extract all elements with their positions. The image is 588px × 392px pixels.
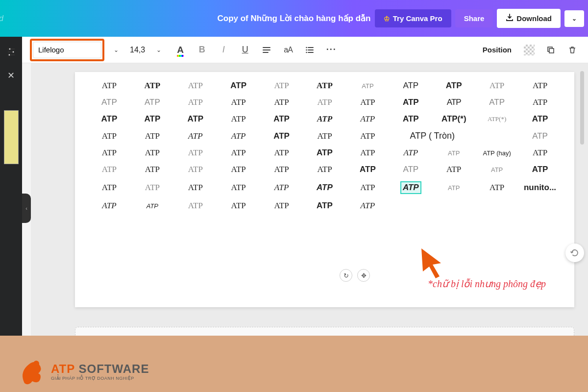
font-sample[interactable]: ATP: [520, 131, 560, 141]
font-sample[interactable]: ATP: [176, 131, 215, 141]
font-sample[interactable]: ATP: [305, 81, 344, 91]
vertical-scrollbar[interactable]: [580, 66, 585, 311]
font-sample[interactable]: nunito...: [520, 183, 560, 193]
collapse-rail-button[interactable]: ‹: [22, 194, 31, 223]
font-size-value[interactable]: 14,3: [128, 46, 147, 54]
font-sample[interactable]: ATP: [391, 165, 430, 174]
font-sample[interactable]: ATP: [133, 81, 172, 91]
adjustments-icon[interactable]: [6, 47, 16, 56]
font-sample[interactable]: ATP: [176, 201, 215, 211]
font-sample[interactable]: ATP: [176, 165, 215, 174]
font-sample[interactable]: ATP: [176, 114, 215, 124]
font-sample[interactable]: ATP: [262, 165, 301, 174]
italic-button[interactable]: I: [214, 40, 233, 60]
font-sample[interactable]: ATP(*): [477, 115, 516, 123]
font-sample[interactable]: ATP: [477, 98, 516, 107]
font-sample[interactable]: ATP: [90, 165, 129, 174]
font-size-dropdown-button[interactable]: ⌄: [149, 40, 169, 60]
font-sample[interactable]: ATP: [305, 98, 344, 107]
font-sample[interactable]: ATP: [348, 114, 387, 124]
font-sample[interactable]: ATP: [477, 81, 516, 91]
font-sample[interactable]: ATP: [133, 131, 172, 141]
download-options-button[interactable]: ⌄: [564, 10, 584, 27]
font-sample[interactable]: ATP: [391, 81, 430, 91]
font-sample[interactable]: ATP: [520, 98, 560, 107]
font-sample[interactable]: ATP: [348, 165, 387, 174]
font-sample[interactable]: ATP: [305, 201, 344, 211]
document-title[interactable]: Copy of Những Lời chào hàng hấp dẫn: [218, 13, 371, 24]
font-sample[interactable]: ATP: [90, 148, 129, 158]
font-sample[interactable]: ATP: [477, 166, 516, 173]
font-sample[interactable]: ATP: [90, 81, 129, 91]
font-sample[interactable]: ATP: [90, 201, 129, 211]
font-sample[interactable]: ATP ( Tròn): [391, 131, 473, 141]
bold-button[interactable]: B: [192, 40, 212, 60]
delete-button[interactable]: [563, 40, 582, 60]
try-canva-pro-button[interactable]: Try Canva Pro: [375, 9, 451, 27]
font-sample[interactable]: ATP: [219, 131, 258, 141]
font-sample[interactable]: ATP: [262, 81, 301, 91]
more-options-button[interactable]: ···: [321, 40, 341, 60]
font-sample[interactable]: ATP: [305, 148, 344, 158]
font-sample[interactable]: ATP: [262, 131, 301, 141]
font-sample[interactable]: ATP: [133, 98, 172, 107]
font-sample[interactable]: ATP: [305, 131, 344, 141]
close-panel-button[interactable]: ✕: [7, 70, 15, 81]
font-sample[interactable]: ATP: [434, 81, 473, 91]
font-sample[interactable]: ATP: [90, 98, 129, 107]
font-sample[interactable]: ATP: [520, 148, 560, 158]
font-sample[interactable]: ATP: [176, 81, 215, 91]
design-canvas[interactable]: ATPATPATPATPATPATPATPATPATPATPATPATPATPA…: [75, 72, 574, 307]
font-sample[interactable]: ATP: [391, 98, 430, 107]
font-sample[interactable]: ATP: [219, 201, 258, 211]
scrollbar-thumb[interactable]: [580, 71, 584, 145]
font-sample[interactable]: ATP: [348, 98, 387, 107]
move-handle[interactable]: ✥: [357, 269, 370, 282]
font-sample[interactable]: ATP: [133, 183, 172, 193]
font-family-select[interactable]: Lifelogo: [33, 42, 101, 58]
font-sample[interactable]: ATP: [219, 81, 258, 91]
download-button[interactable]: Download: [497, 9, 561, 28]
font-sample[interactable]: ATP: [219, 148, 258, 158]
font-sample[interactable]: ATP: [391, 181, 430, 194]
font-sample[interactable]: ATP: [434, 98, 473, 107]
font-sample[interactable]: ATP: [90, 131, 129, 141]
list-button[interactable]: [300, 40, 319, 60]
font-sample[interactable]: ATP: [434, 149, 473, 157]
font-sample[interactable]: ATP: [262, 114, 301, 124]
font-family-dropdown-button[interactable]: ⌄: [106, 40, 126, 60]
font-sample[interactable]: ATP: [219, 98, 258, 107]
font-sample[interactable]: ATP: [262, 98, 301, 107]
font-sample[interactable]: ATP: [348, 148, 387, 158]
font-sample[interactable]: ATP: [305, 165, 344, 174]
page-thumbnail[interactable]: [4, 110, 19, 164]
font-sample[interactable]: ATP (hay): [477, 149, 516, 157]
font-sample[interactable]: ATP: [391, 114, 430, 124]
font-sample[interactable]: ATP: [133, 114, 172, 124]
font-sample[interactable]: ATP: [434, 184, 473, 192]
duplicate-button[interactable]: [541, 40, 561, 60]
share-button[interactable]: Share: [455, 9, 493, 27]
font-sample[interactable]: ATP: [305, 183, 344, 193]
font-sample[interactable]: ATP: [434, 165, 473, 174]
font-sample[interactable]: ATP: [348, 131, 387, 141]
font-sample[interactable]: ATP: [176, 183, 215, 193]
font-sample[interactable]: ATP: [262, 201, 301, 211]
font-sample[interactable]: ATP: [477, 183, 516, 193]
font-sample[interactable]: ATP: [520, 114, 560, 124]
font-sample[interactable]: ATP: [305, 114, 344, 124]
transparency-button[interactable]: [519, 40, 539, 60]
font-sample[interactable]: ATP: [133, 165, 172, 174]
font-sample[interactable]: ATP: [219, 165, 258, 174]
font-sample[interactable]: ATP: [520, 165, 560, 174]
text-case-button[interactable]: aA: [278, 40, 298, 60]
font-sample[interactable]: ATP: [176, 98, 215, 107]
text-color-button[interactable]: A: [171, 40, 190, 60]
font-sample[interactable]: ATP: [262, 148, 301, 158]
font-sample[interactable]: ATP: [348, 82, 387, 90]
font-sample[interactable]: ATP: [219, 183, 258, 193]
font-sample[interactable]: ATP: [90, 183, 129, 193]
font-sample[interactable]: ATP: [391, 148, 430, 158]
font-sample[interactable]: ATP: [90, 114, 129, 124]
font-sample[interactable]: ATP: [219, 114, 258, 124]
